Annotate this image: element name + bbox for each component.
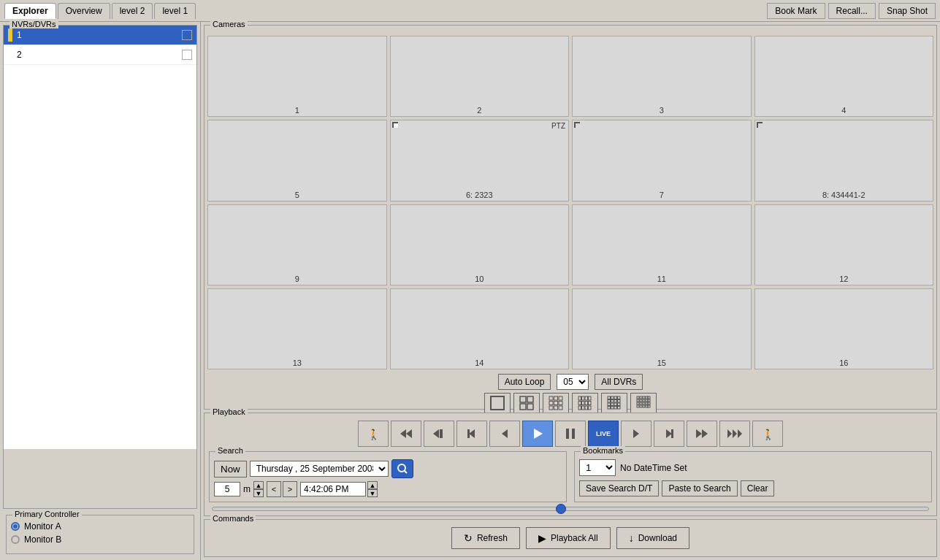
search-bookmarks-row: Search Now Thursday , 25 September 2008 — [209, 451, 932, 502]
svg-rect-18 — [578, 402, 581, 405]
nvr-checkbox[interactable] — [182, 30, 192, 40]
tab-level2[interactable]: level 2 — [112, 3, 153, 19]
camera-cell-9[interactable]: 9 — [207, 204, 387, 285]
cam-num-12: 12 — [838, 273, 849, 285]
monitor-b-radio[interactable] — [11, 535, 20, 544]
minutes-down-button[interactable]: ▼ — [253, 489, 264, 497]
walk-back-icon: 🚶 — [366, 426, 381, 441]
refresh-button[interactable]: ↻ Refresh — [451, 527, 520, 549]
clear-bookmarks-button[interactable]: Clear — [741, 480, 775, 496]
cam-num-9: 9 — [294, 273, 301, 285]
monitor-a-option[interactable]: Monitor A — [11, 521, 189, 532]
pb-pause-button[interactable] — [555, 421, 586, 447]
main-layout: NVRs/DVRs 1 2 Primary Controller — [0, 22, 940, 560]
camera-cell-13[interactable]: 13 — [207, 288, 387, 369]
svg-text:🚶: 🚶 — [367, 429, 381, 441]
nvr-checkbox[interactable] — [182, 50, 192, 60]
cam-corner-8 — [757, 122, 763, 128]
auto-loop-button[interactable]: Auto Loop — [498, 374, 551, 390]
playback-controls: 🚶 — [209, 421, 932, 447]
playback-slider-track[interactable] — [212, 507, 929, 511]
tab-bar: Explorer Overview level 2 level 1 — [4, 3, 196, 19]
cam-ptz-6: PTZ — [551, 122, 565, 130]
time-input-group: ▲ ▼ — [300, 481, 378, 497]
primary-controller-title: Primary Controller — [12, 510, 82, 518]
camera-cell-2[interactable]: 2 — [390, 36, 570, 117]
camera-cell-14[interactable]: 14 — [390, 288, 570, 369]
camera-cell-4[interactable]: 4 — [754, 36, 934, 117]
svg-rect-13 — [559, 406, 562, 410]
pb-rewind-button[interactable] — [424, 421, 454, 447]
bookmarks-select[interactable]: 1 2 3 — [579, 459, 616, 476]
svg-rect-49 — [643, 399, 645, 402]
tab-level1[interactable]: level 1 — [154, 3, 196, 19]
camera-cell-11[interactable]: 11 — [572, 204, 752, 285]
nav-back-button[interactable]: < — [267, 481, 281, 497]
layout-4x4-button[interactable] — [601, 393, 627, 413]
paste-to-search-button[interactable]: Paste to Search — [662, 480, 737, 496]
pb-play-button[interactable] — [522, 421, 553, 447]
pb-walk-fwd-button[interactable]: 🚶 — [752, 421, 783, 447]
camera-cell-3[interactable]: 3 — [572, 36, 752, 117]
pb-fast-fwd-button[interactable] — [687, 421, 717, 447]
svg-rect-61 — [648, 405, 650, 407]
camera-cell-7[interactable]: 7 — [572, 120, 752, 201]
walk-fwd-icon: 🚶 — [760, 426, 775, 441]
snapshot-button[interactable]: Snap Shot — [879, 3, 936, 19]
nvr-item-2[interactable]: 2 — [4, 45, 196, 65]
pb-walk-back-button[interactable]: 🚶 — [358, 421, 389, 447]
commands-section: Commands ↻ Refresh ▶ Playback All ↓ Down… — [204, 519, 937, 557]
camera-cell-16[interactable]: 16 — [754, 288, 934, 369]
pb-turbo-fwd-button[interactable] — [719, 421, 750, 447]
tab-overview[interactable]: Overview — [58, 3, 110, 19]
playback-all-button[interactable]: ▶ Playback All — [526, 527, 611, 549]
pb-step-back-button[interactable] — [456, 421, 487, 447]
tab-explorer[interactable]: Explorer — [4, 3, 56, 19]
camera-cell-8[interactable]: 8: 434441-2 — [754, 120, 934, 201]
search-time-input[interactable] — [300, 482, 366, 496]
layout-3x3-button[interactable] — [543, 393, 569, 413]
svg-rect-51 — [648, 399, 650, 402]
layout-custom-button[interactable] — [630, 393, 657, 413]
recall-button[interactable]: Recall... — [828, 3, 876, 19]
layout-2x2-button[interactable] — [513, 393, 540, 413]
camera-cell-1[interactable]: 1 — [207, 36, 387, 117]
search-box: Search Now Thursday , 25 September 2008 — [209, 451, 567, 502]
loop-interval-select[interactable]: 05 10 15 30 — [557, 374, 589, 390]
svg-rect-66 — [440, 429, 443, 438]
svg-rect-47 — [637, 399, 639, 402]
pb-fwd-button[interactable] — [654, 421, 684, 447]
nvr-item-1[interactable]: 1 — [4, 26, 196, 45]
camera-cell-15[interactable]: 15 — [572, 288, 752, 369]
camera-cell-5[interactable]: 5 — [207, 120, 387, 201]
time-up-button[interactable]: ▲ — [367, 481, 378, 489]
layout-4x3-button[interactable] — [572, 393, 598, 413]
all-dvrs-button[interactable]: All DVRs — [595, 374, 643, 390]
search-go-button[interactable] — [391, 459, 413, 478]
save-search-dt-button[interactable]: Save Search D/T — [579, 480, 659, 496]
search-date-select[interactable]: Thursday , 25 September 2008 — [250, 461, 389, 477]
svg-rect-71 — [566, 429, 569, 439]
download-button[interactable]: ↓ Download — [616, 527, 689, 549]
pb-fast-rewind-button[interactable] — [391, 421, 421, 447]
monitor-a-radio[interactable] — [11, 522, 20, 531]
time-down-button[interactable]: ▼ — [367, 489, 378, 497]
nav-fwd-button[interactable]: > — [283, 481, 297, 497]
pb-live-button[interactable]: LIVE — [588, 421, 619, 447]
playback-slider-thumb[interactable] — [556, 504, 566, 514]
camera-cell-6[interactable]: PTZ 6: 2323 — [390, 120, 570, 201]
monitor-b-label: Monitor B — [24, 534, 61, 545]
svg-rect-1 — [520, 396, 526, 402]
bookmark-button[interactable]: Book Mark — [767, 3, 825, 19]
minutes-up-button[interactable]: ▲ — [253, 481, 264, 489]
svg-rect-36 — [614, 403, 617, 406]
layout-1x1-button[interactable] — [484, 393, 511, 413]
svg-rect-17 — [589, 396, 592, 400]
camera-cell-12[interactable]: 12 — [754, 204, 934, 285]
pb-step-fwd-button[interactable] — [621, 421, 651, 447]
pb-single-back-button[interactable] — [489, 421, 520, 447]
camera-cell-10[interactable]: 10 — [390, 204, 570, 285]
monitor-b-option[interactable]: Monitor B — [11, 534, 189, 545]
search-minutes-input[interactable] — [214, 482, 240, 496]
search-now-button[interactable]: Now — [214, 461, 247, 477]
